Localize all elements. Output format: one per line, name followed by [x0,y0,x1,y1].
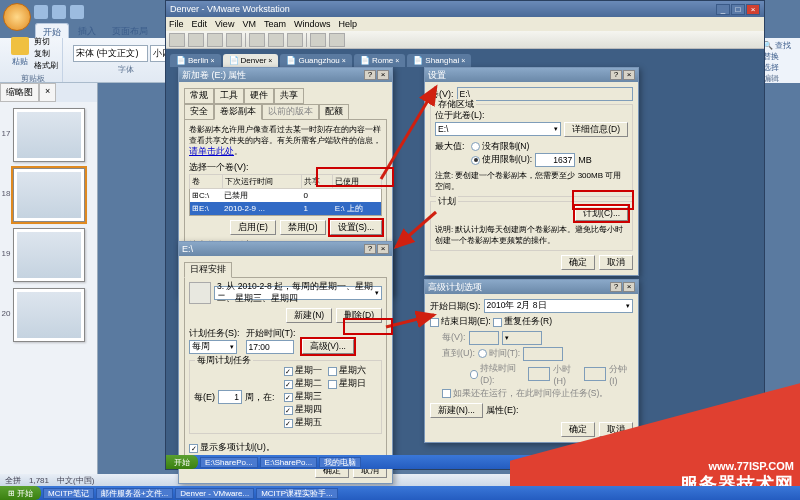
task-freq-select[interactable]: 每周 [189,340,237,354]
chk-tue[interactable]: ✓星期二 [284,378,322,390]
tab-hardware[interactable]: 硬件 [244,88,274,104]
format-painter-button[interactable]: 格式刷 [34,60,58,71]
power-off-icon[interactable] [188,33,204,47]
storage-volume-select[interactable]: E:\ [435,122,561,136]
vm-tab-shanghai[interactable]: 📄Shanghai× [407,54,471,67]
schedule-summary-select[interactable]: 3. 从 2010-2-8 起，每周的星期一、星期二、星期三、星期四 [214,286,382,300]
menu-team[interactable]: Team [264,19,286,29]
close-button[interactable]: × [746,4,760,15]
paste-button[interactable]: 粘贴 [8,36,32,71]
guest-tb-item[interactable]: 我的电脑 [319,457,361,468]
guest-tb-item[interactable]: E:\SharePo... [200,457,258,468]
cut-button[interactable]: 剪切 [34,36,58,47]
show-multi-check[interactable]: ✓显示多项计划(U)。 [189,442,275,454]
lang-indicator[interactable]: 中文(中国) [57,475,94,486]
details-button[interactable]: 详细信息(D) [564,122,628,137]
vm-tab-denver[interactable]: 📄Denver× [223,54,279,67]
chk-mon[interactable]: ✓星期一 [284,365,322,377]
menu-help[interactable]: Help [338,19,357,29]
nolimit-radio[interactable]: 没有限制(N) [471,141,530,153]
replace-button[interactable]: 替换 [763,51,798,62]
ok-button[interactable]: 确定 [561,422,595,437]
close-icon[interactable]: × [377,244,389,254]
menu-view[interactable]: View [215,19,234,29]
end-date-check[interactable]: 结束日期(E): [430,316,491,328]
close-icon[interactable]: × [623,282,635,292]
copy-button[interactable]: 复制 [34,48,58,59]
suspend-icon[interactable] [207,33,223,47]
tb-item[interactable]: MCITP课程实验手... [256,488,338,499]
adv-new-button[interactable]: 新建(N)... [430,403,483,418]
chk-thu[interactable]: ✓星期四 [284,404,322,416]
office-button[interactable] [3,3,31,31]
chk-fri[interactable]: ✓星期五 [284,417,322,429]
font-name-select[interactable]: 宋体 (中文正文) [73,45,148,62]
cancel-button[interactable]: 取消 [599,255,633,270]
vm-tab-berlin[interactable]: 📄Berlin× [170,54,221,67]
disable-button[interactable]: 禁用(D) [280,220,326,235]
start-date-picker[interactable]: 2010年 2月 8日 [484,299,634,313]
tb-item[interactable]: Denver - VMware... [175,488,254,499]
manager-icon[interactable] [287,33,303,47]
ok-button[interactable]: 确定 [561,255,595,270]
power-on-icon[interactable] [169,33,185,47]
tb-item[interactable]: 邮件服务器+文件... [96,488,173,499]
slide-thumb-19[interactable]: 19 [13,228,85,282]
fullscreen-icon[interactable] [310,33,326,47]
tab-quota[interactable]: 配额 [319,104,349,120]
thumbnail-tab[interactable]: 缩略图 [0,83,39,102]
help-icon[interactable]: ? [610,282,622,292]
vmware-titlebar[interactable]: Denver - VMware Workstation _ □ × [166,1,764,17]
tab-security[interactable]: 安全 [184,104,214,120]
slide-thumb-20[interactable]: 20 [13,288,85,342]
help-icon[interactable]: ? [364,70,376,80]
help-icon[interactable]: ? [364,244,376,254]
tab-sharing[interactable]: 共享 [274,88,304,104]
delete-schedule-button[interactable]: 删除(D) [336,308,382,323]
chk-sat[interactable]: 星期六 [328,365,366,377]
menu-vm[interactable]: VM [242,19,256,29]
reset-icon[interactable] [226,33,242,47]
unity-icon[interactable] [329,33,345,47]
max-button[interactable]: □ [731,4,745,15]
tab-shadow-copies[interactable]: 卷影副本 [214,104,262,120]
click-here-link[interactable]: 请单击此处 [189,146,234,156]
slide-thumb-18[interactable]: 18 [13,168,85,222]
find-button[interactable]: 🔍 查找 [763,40,798,51]
menu-windows[interactable]: Windows [294,19,331,29]
start-time-input[interactable]: 17:00 [246,340,294,354]
tb-item[interactable]: MCITP笔记 [43,488,94,499]
limit-input[interactable]: 1637 [535,153,575,167]
tab-schedule[interactable]: 日程安排 [184,262,232,278]
uselimit-radio[interactable]: 使用限制(U): [471,154,532,166]
qat-undo-icon[interactable] [52,5,66,19]
tab-general[interactable]: 常规 [184,88,214,104]
enable-button[interactable]: 启用(E) [230,220,275,235]
snapshot-icon[interactable] [249,33,265,47]
settings-button[interactable]: 设置(S)... [330,220,382,235]
repeat-task-check[interactable]: 重复任务(R) [493,316,552,328]
guest-tb-item[interactable]: E:\SharePo... [260,457,318,468]
volume-list[interactable]: 卷下次运行时间共享已使用 ⊞C:\已禁用0 ⊞E:\2010-2-9 ...1E… [189,174,382,216]
outline-tab[interactable]: × [39,83,56,102]
guest-start-button[interactable]: 开始 [166,455,198,469]
menu-file[interactable]: File [169,19,184,29]
schedule-button[interactable]: 计划(C)... [575,206,628,221]
menu-edit[interactable]: Edit [192,19,208,29]
vm-tab-guangzhou[interactable]: 📄Guangzhou× [280,54,351,67]
qat-save-icon[interactable] [34,5,48,19]
host-start-button[interactable]: ⊞ 开始 [0,486,41,500]
ime-indicator[interactable]: 全拼 [5,475,21,486]
min-button[interactable]: _ [716,4,730,15]
tab-tools[interactable]: 工具 [214,88,244,104]
revert-icon[interactable] [268,33,284,47]
vm-tab-rome[interactable]: 📄Rome× [354,54,405,67]
advanced-button[interactable]: 高级(V)... [302,339,354,354]
select-button[interactable]: 选择 [763,62,798,73]
close-icon[interactable]: × [623,70,635,80]
chk-sun[interactable]: 星期日 [328,378,366,390]
tab-previous[interactable]: 以前的版本 [262,104,319,120]
slide-thumb-17[interactable]: 17 [13,108,85,162]
chk-wed[interactable]: ✓星期三 [284,391,322,403]
close-icon[interactable]: × [377,70,389,80]
